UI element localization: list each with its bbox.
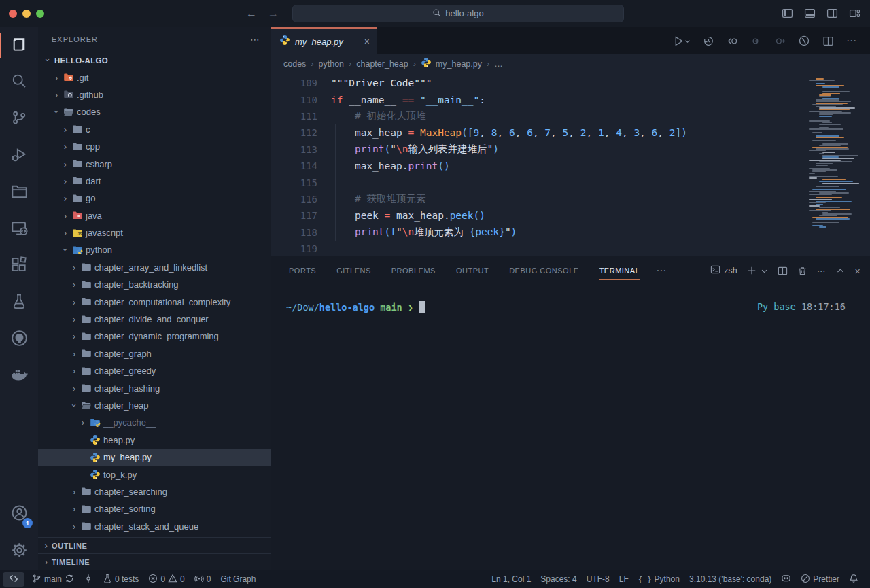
status-tests[interactable]: 0 tests	[98, 572, 143, 587]
maximize-panel-icon[interactable]	[836, 266, 845, 275]
status-gitlens-status[interactable]	[79, 572, 98, 587]
breadcrumb-item-more[interactable]: …	[494, 59, 503, 69]
tree-item-c[interactable]: ›c	[38, 121, 271, 138]
timeline-section[interactable]: › TIMELINE	[38, 553, 271, 570]
status-indentation[interactable]: Spaces: 4	[536, 572, 581, 587]
nav-back-icon[interactable]	[750, 35, 762, 47]
more-actions-icon[interactable]: ⋯	[846, 35, 858, 47]
close-tab-icon[interactable]: ×	[364, 36, 370, 47]
activity-item-github[interactable]	[0, 321, 38, 358]
accounts-button[interactable]: 1	[0, 495, 38, 533]
breadcrumb-item-codes[interactable]: codes	[283, 59, 306, 69]
status-eol[interactable]: LF	[614, 572, 633, 587]
tree-item-chapter-computational-complexity[interactable]: ›chapter_computational_complexity	[38, 293, 271, 310]
toggle-secondary-sidebar-icon[interactable]	[826, 7, 838, 19]
close-panel-icon[interactable]: ×	[854, 265, 860, 277]
customize-layout-icon[interactable]	[849, 7, 860, 19]
panel-tab-gitlens[interactable]: GITLENS	[336, 256, 371, 285]
status-notifications[interactable]	[844, 572, 863, 587]
outline-section[interactable]: › OUTLINE	[38, 537, 271, 553]
terminal-dropdown-icon[interactable]	[761, 267, 768, 275]
tree-item-chapter-array-and-linkedlist[interactable]: ›chapter_array_and_linkedlist	[38, 259, 271, 276]
panel-tab-problems[interactable]: PROBLEMS	[392, 256, 436, 285]
nav-forward-icon[interactable]	[774, 35, 786, 47]
breadcrumb-item-chapter-heap[interactable]: chapter_heap	[356, 59, 408, 69]
status-ports-forwarded[interactable]: 0	[190, 572, 216, 587]
tree-item-my-heap-py[interactable]: my_heap.py	[38, 449, 271, 466]
status-git-graph[interactable]: Git Graph	[215, 572, 260, 587]
tree-item-chapter-backtracking[interactable]: ›chapter_backtracking	[38, 276, 271, 293]
tree-item-hello-algo[interactable]: ›HELLO-ALGO	[38, 52, 271, 69]
tree-item-codes[interactable]: ›codes	[38, 103, 271, 120]
tree-item-chapter-searching[interactable]: ›chapter_searching	[38, 483, 271, 500]
history-icon[interactable]	[703, 35, 714, 47]
activity-item-testing[interactable]	[0, 284, 38, 321]
tree-item-python[interactable]: ›python	[38, 241, 271, 258]
tree-item-chapter-sorting[interactable]: ›chapter_sorting	[38, 500, 271, 517]
navigate-forward-icon[interactable]: →	[268, 7, 279, 20]
status-encoding[interactable]: UTF-8	[582, 572, 614, 587]
gitlens-graph-icon[interactable]	[798, 35, 810, 47]
panel-more-tabs-icon[interactable]: ⋯	[656, 264, 667, 277]
terminal-shell-select[interactable]: zsh	[710, 264, 737, 277]
tree-item-chapter-stack-and-queue[interactable]: ›chapter_stack_and_queue	[38, 518, 271, 535]
status-remote[interactable]	[3, 572, 24, 587]
tree-item-heap-py[interactable]: heap.py	[38, 432, 271, 449]
panel-tab-debug-console[interactable]: DEBUG CONSOLE	[509, 256, 578, 285]
code-editor[interactable]: 109"""Driver Code"""110if __name__ == "_…	[271, 73, 870, 256]
tree-item-github[interactable]: ›.github	[38, 86, 271, 103]
command-center-search[interactable]: hello-algo	[292, 5, 624, 22]
tab-my-heap-py[interactable]: my_heap.py ×	[271, 27, 377, 54]
status-prettier[interactable]: Prettier	[796, 572, 844, 587]
panel-tab-ports[interactable]: PORTS	[289, 256, 316, 285]
tree-item-cpp[interactable]: ›cpp	[38, 138, 271, 155]
minimize-window-button[interactable]	[22, 10, 31, 18]
panel-tab-terminal[interactable]: TERMINAL	[599, 256, 640, 285]
status-python-interpreter[interactable]: 3.10.13 ('base': conda)	[684, 572, 776, 587]
toggle-panel-icon[interactable]	[804, 7, 816, 19]
explorer-more-actions-icon[interactable]: ⋯	[250, 34, 261, 45]
close-window-button[interactable]	[9, 10, 17, 18]
status-language-mode[interactable]: { }Python	[633, 572, 684, 587]
activity-item-remote-explorer[interactable]	[0, 211, 38, 247]
tree-item-top-k-py[interactable]: top_k.py	[38, 466, 271, 483]
compare-previous-icon[interactable]	[727, 35, 738, 47]
minimap[interactable]	[809, 78, 863, 248]
split-editor-icon[interactable]	[822, 35, 834, 47]
tree-item-go[interactable]: ›go	[38, 190, 271, 207]
status-problems[interactable]: 00	[143, 572, 189, 587]
activity-item-source-control[interactable]	[0, 101, 38, 137]
tree-item-javascript[interactable]: ›JSjavascript	[38, 224, 271, 241]
new-terminal-icon[interactable]	[747, 266, 756, 275]
zoom-window-button[interactable]	[36, 10, 44, 18]
breadcrumb-item-my-heap-py[interactable]: my_heap.py	[421, 57, 482, 70]
panel-tab-output[interactable]: OUTPUT	[456, 256, 489, 285]
panel-more-actions-icon[interactable]: ⋯	[817, 266, 827, 276]
tree-item-chapter-heap[interactable]: ›chapter_heap	[38, 397, 271, 414]
activity-item-search[interactable]	[0, 64, 38, 101]
navigate-back-icon[interactable]: ←	[246, 7, 257, 20]
tree-item-chapter-graph[interactable]: ›chapter_graph	[38, 345, 271, 362]
tree-item-git[interactable]: ›.git	[38, 69, 271, 86]
toggle-primary-sidebar-icon[interactable]	[782, 7, 793, 19]
status-cursor-position[interactable]: Ln 1, Col 1	[487, 572, 536, 587]
tree-item-chapter-divide-and-conquer[interactable]: ›chapter_divide_and_conquer	[38, 311, 271, 328]
tree-item-chapter-greedy[interactable]: ›chapter_greedy	[38, 362, 271, 379]
split-terminal-icon[interactable]	[778, 266, 788, 276]
tree-item-dart[interactable]: ›dart	[38, 173, 271, 190]
terminal-output[interactable]: ~/Dow/hello-algo main ❯ Py base 18:17:16	[271, 285, 870, 570]
activity-item-extensions[interactable]	[0, 247, 38, 284]
activity-item-run-and-debug[interactable]	[0, 137, 38, 174]
run-icon[interactable]	[673, 35, 691, 47]
tree-item-csharp[interactable]: ›csharp	[38, 155, 271, 172]
tree-item-java[interactable]: ›java	[38, 207, 271, 224]
tree-item-pycache[interactable]: ›__pycache__	[38, 414, 271, 431]
activity-item-docker[interactable]	[0, 358, 38, 394]
tree-item-chapter-dynamic-programming[interactable]: ›chapter_dynamic_programming	[38, 328, 271, 345]
kill-terminal-icon[interactable]	[797, 266, 807, 276]
settings-button[interactable]	[0, 533, 38, 570]
tree-item-chapter-hashing[interactable]: ›chapter_hashing	[38, 379, 271, 396]
activity-item-explorer[interactable]	[0, 27, 38, 64]
breadcrumb-item-python[interactable]: python	[319, 59, 345, 69]
activity-item-project-folder[interactable]	[0, 174, 38, 211]
